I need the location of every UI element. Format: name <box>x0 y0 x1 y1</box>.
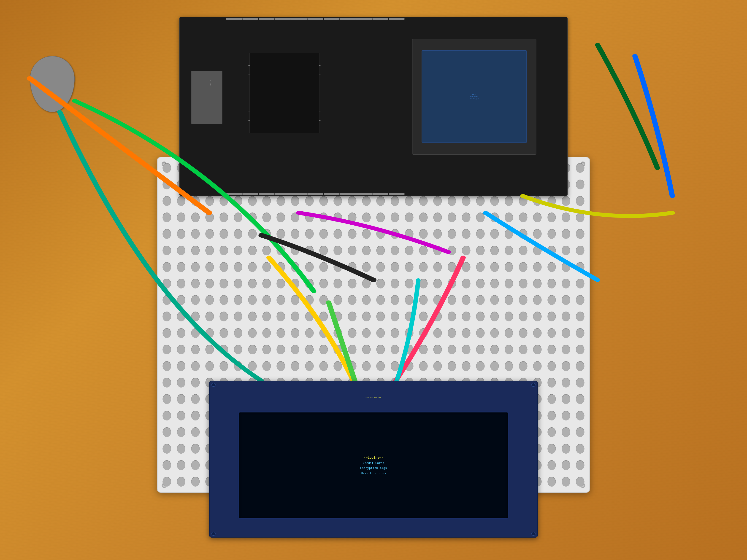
breadboard-hole <box>448 328 456 338</box>
breadboard-hole <box>505 262 513 272</box>
breadboard-hole <box>576 378 585 388</box>
breadboard-hole <box>391 229 399 239</box>
breadboard-hole <box>163 180 171 189</box>
breadboard-hole <box>163 262 171 272</box>
breadboard-hole <box>362 229 370 239</box>
breadboard-hole <box>490 312 499 321</box>
breadboard-hole <box>547 312 556 321</box>
breadboard-hole <box>163 444 171 454</box>
breadboard-hole <box>576 361 585 371</box>
breadboard-hole <box>533 295 542 305</box>
breadboard-hole <box>448 213 456 222</box>
breadboard-hole <box>191 196 200 206</box>
breadboard-hole <box>576 246 585 256</box>
breadboard-hole <box>505 213 513 222</box>
breadboard-hole <box>547 394 556 404</box>
breadboard-hole <box>576 196 585 206</box>
breadboard-hole <box>277 361 285 371</box>
breadboard-hole <box>334 262 342 272</box>
breadboard-hole <box>476 262 485 272</box>
breadboard-hole <box>191 378 200 388</box>
breadboard-hole <box>348 213 356 222</box>
breadboard-hole <box>262 312 271 321</box>
breadboard-hole <box>448 312 456 321</box>
breadboard-hole <box>291 262 299 272</box>
breadboard-hole <box>476 345 485 354</box>
breadboard-hole <box>163 229 171 239</box>
breadboard-hole <box>476 213 485 222</box>
breadboard-hole <box>305 246 313 256</box>
breadboard-hole <box>405 262 413 272</box>
breadboard-hole <box>305 345 313 354</box>
breadboard-hole <box>163 361 171 371</box>
breadboard-hole <box>348 361 356 371</box>
breadboard-hole <box>177 328 185 338</box>
breadboard-hole <box>505 361 513 371</box>
breadboard-hole <box>377 262 385 272</box>
breadboard-hole <box>434 328 442 338</box>
breadboard-hole <box>305 229 313 239</box>
breadboard-hole <box>405 345 413 354</box>
breadboard-hole <box>576 477 585 486</box>
breadboard-hole <box>163 345 171 354</box>
breadboard-hole <box>490 196 499 206</box>
model-label: ESP8266MOD <box>470 96 478 98</box>
breadboard-hole <box>547 460 556 470</box>
breadboard-hole <box>334 345 342 354</box>
breadboard-hole <box>547 295 556 305</box>
scene: Wi-Fi ESP8266MOD 802.11b/g/n lolin <box>0 0 747 560</box>
breadboard-hole <box>448 361 456 371</box>
breadboard-hole <box>547 262 556 272</box>
breadboard-hole <box>177 278 185 289</box>
breadboard-hole <box>234 361 242 371</box>
breadboard-hole <box>562 213 570 222</box>
breadboard-hole <box>220 295 228 305</box>
breadboard-hole <box>462 262 470 272</box>
breadboard-hole <box>434 278 442 289</box>
wifi-label: Wi-Fi <box>472 94 476 96</box>
breadboard-hole <box>220 361 228 371</box>
breadboard-hole <box>348 278 356 289</box>
breadboard-hole <box>490 328 499 338</box>
breadboard-hole <box>533 196 542 206</box>
breadboard-hole <box>277 345 285 354</box>
breadboard-hole <box>476 361 485 371</box>
breadboard-hole <box>391 262 399 272</box>
breadboard-hole <box>177 361 185 371</box>
oled-line-2: Credit Cards <box>363 461 384 465</box>
breadboard-hole <box>319 361 328 371</box>
breadboard-hole <box>547 411 556 421</box>
breadboard-hole <box>163 163 171 173</box>
breadboard-hole <box>505 345 513 354</box>
breadboard-hole <box>562 394 570 404</box>
breadboard-hole <box>234 328 242 338</box>
breadboard-hole <box>490 262 499 272</box>
breadboard-hole <box>220 196 228 206</box>
breadboard-hole <box>277 213 285 222</box>
breadboard-hole <box>533 278 542 289</box>
breadboard-hole <box>191 312 200 321</box>
breadboard-hole <box>177 229 185 239</box>
breadboard-hole <box>348 262 356 272</box>
breadboard-hole <box>262 361 271 371</box>
breadboard-hole <box>419 312 428 321</box>
breadboard-hole <box>163 196 171 206</box>
oled-pin-labels: GND VCC SCL SDA <box>210 381 537 412</box>
breadboard-hole <box>490 345 499 354</box>
breadboard-hole <box>220 278 228 289</box>
breadboard-hole <box>262 213 271 222</box>
breadboard-hole <box>576 295 585 305</box>
breadboard-hole <box>476 295 485 305</box>
breadboard-hole <box>505 246 513 256</box>
breadboard-hole <box>434 262 442 272</box>
breadboard-hole <box>262 246 271 256</box>
breadboard-hole <box>419 361 428 371</box>
breadboard-hole <box>319 262 328 272</box>
breadboard-hole <box>505 229 513 239</box>
breadboard-hole <box>562 246 570 256</box>
breadboard-hole <box>377 229 385 239</box>
breadboard-hole <box>262 229 271 239</box>
breadboard-hole <box>334 328 342 338</box>
breadboard-hole <box>205 196 214 206</box>
breadboard-hole <box>519 229 527 239</box>
